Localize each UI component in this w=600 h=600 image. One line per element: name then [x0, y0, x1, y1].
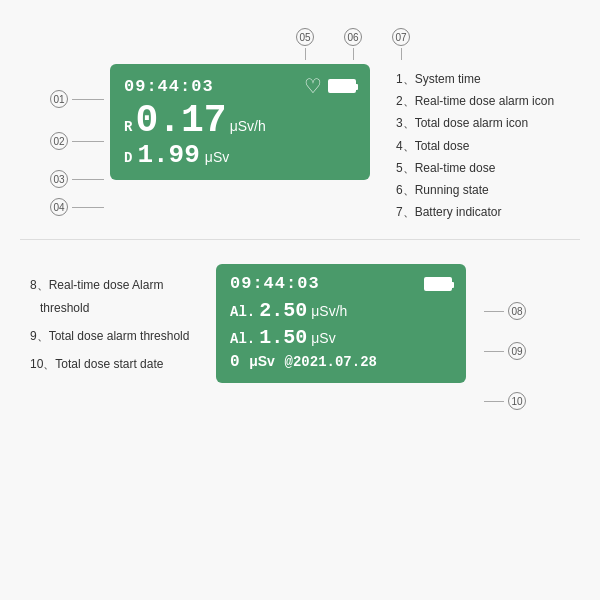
start-unit: μSv [249, 353, 275, 369]
callout-09: 09 [508, 342, 526, 360]
start-date: @2021.07.28 [285, 354, 377, 370]
callout-03: 03 [50, 170, 68, 188]
heart-icon: ♡ [304, 74, 322, 98]
legend-item-10: 10、Total dose start date [30, 353, 200, 375]
legend-item-1: 1、System time [396, 68, 554, 90]
bottom-screen-time: 09:44:03 [230, 274, 320, 293]
legend-item-4: 4、Total dose [396, 135, 554, 157]
callout-10: 10 [508, 392, 526, 410]
realtime-label: R [124, 119, 132, 135]
callout-05: 05 [296, 28, 314, 46]
alarm1-label: Al. [230, 304, 255, 320]
legend-item-6: 6、Running state [396, 179, 554, 201]
callout-06: 06 [344, 28, 362, 46]
callout-02: 02 [50, 132, 68, 150]
alarm2-label: Al. [230, 331, 255, 347]
legend-item-8: 8、Real-time dose Alarm threshold [30, 274, 200, 318]
top-legend: 1、System time 2、Real-time dose alarm ico… [396, 58, 554, 223]
callout-07: 07 [392, 28, 410, 46]
alarm2-unit: μSv [311, 330, 335, 346]
alarm2-value: 1.50 [259, 326, 307, 349]
realtime-value: 0.17 [135, 102, 226, 140]
alarm1-value: 2.50 [259, 299, 307, 322]
callout-08: 08 [508, 302, 526, 320]
callout-01: 01 [50, 90, 68, 108]
bottom-screen: 09:44:03 Al. 2.50 μSv/h Al. 1.50 μSv 0 μ… [216, 264, 466, 383]
callout-04: 04 [50, 198, 68, 216]
legend-item-7: 7、Battery indicator [396, 201, 554, 223]
legend-item-5: 5、Real-time dose [396, 157, 554, 179]
legend-item-9: 9、Total dose alarm threshold [30, 325, 200, 347]
alarm1-unit: μSv/h [311, 303, 347, 319]
total-value: 1.99 [137, 142, 199, 168]
start-value: 0 μSv @2021.07.28 [230, 353, 377, 371]
total-unit: μSv [205, 149, 229, 165]
realtime-unit: μSv/h [230, 118, 266, 134]
total-label: D [124, 150, 132, 166]
bottom-legend: 8、Real-time dose Alarm threshold 9、Total… [30, 264, 200, 375]
legend-item-2: 2、Real-time dose alarm icon [396, 90, 554, 112]
top-screen: 09:44:03 ♡ R 0.17 μSv/h [110, 64, 370, 180]
legend-item-3: 3、Total dose alarm icon [396, 112, 554, 134]
top-screen-time: 09:44:03 [124, 77, 214, 96]
